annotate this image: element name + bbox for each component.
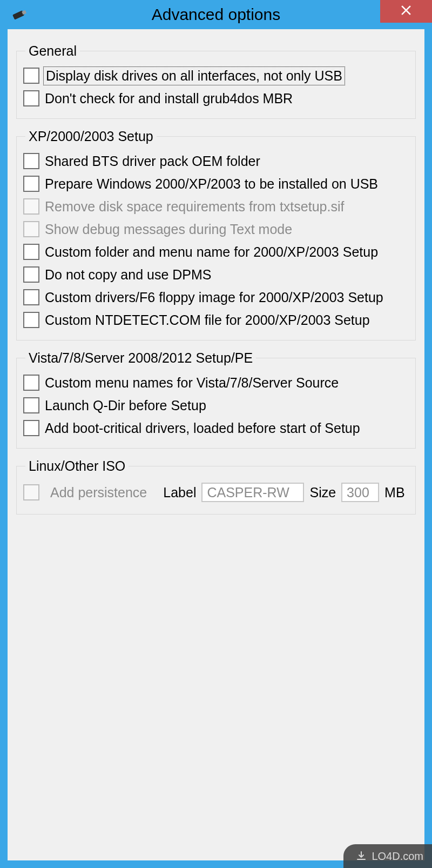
download-icon <box>355 850 367 862</box>
checkbox-row: Remove disk space requirements from txts… <box>23 195 409 218</box>
checkbox-custom-menu-vista[interactable] <box>23 375 39 391</box>
checkbox-label[interactable]: Shared BTS driver pack OEM folder <box>45 153 260 169</box>
watermark-text: LO4D.com <box>372 850 423 863</box>
checkbox-label[interactable]: Display disk drives on all interfaces, n… <box>45 68 343 84</box>
label-label: Label <box>163 485 196 500</box>
checkbox-remove-disk-space <box>23 198 39 215</box>
checkbox-label[interactable]: Launch Q-Dir before Setup <box>45 398 206 413</box>
close-icon <box>401 5 411 18</box>
checkbox-label: Show debug messages during Text mode <box>45 222 292 237</box>
checkbox-label[interactable]: Don't check for and install grub4dos MBR <box>45 91 293 106</box>
group-general-legend: General <box>25 43 80 59</box>
checkbox-row: Don't check for and install grub4dos MBR <box>23 87 409 110</box>
checkbox-row: Custom folder and menu name for 2000/XP/… <box>23 241 409 263</box>
checkbox-custom-ntdetect[interactable] <box>23 312 39 328</box>
persistence-label-input[interactable]: CASPER-RW <box>201 483 304 502</box>
checkbox-label: Add persistence <box>50 485 147 500</box>
checkbox-row: Custom NTDETECT.COM file for 2000/XP/200… <box>23 309 409 331</box>
group-general: General Display disk drives on all inter… <box>16 43 416 119</box>
checkbox-custom-drivers-f6[interactable] <box>23 289 39 305</box>
checkbox-no-dpms[interactable] <box>23 266 39 283</box>
group-xp-setup: XP/2000/2003 Setup Shared BTS driver pac… <box>16 129 416 340</box>
size-label: Size <box>309 485 336 500</box>
checkbox-prepare-usb[interactable] <box>23 176 39 192</box>
checkbox-boot-critical-drivers[interactable] <box>23 420 39 436</box>
watermark: LO4D.com <box>343 844 432 868</box>
checkbox-row: Show debug messages during Text mode <box>23 218 409 241</box>
checkbox-row: Custom menu names for Vista/7/8/Server S… <box>23 371 409 394</box>
checkbox-row: Do not copy and use DPMS <box>23 263 409 286</box>
checkbox-label: Remove disk space requirements from txts… <box>45 199 344 215</box>
group-vista-setup: Vista/7/8/Server 2008/2012 Setup/PE Cust… <box>16 350 416 449</box>
checkbox-add-persistence <box>23 484 39 500</box>
checkbox-row: Display disk drives on all interfaces, n… <box>23 64 409 87</box>
checkbox-label[interactable]: Prepare Windows 2000/XP/2003 to be insta… <box>45 176 378 192</box>
dialog-window: Advanced options General Display disk dr… <box>0 0 432 868</box>
checkbox-row: Shared BTS driver pack OEM folder <box>23 150 409 172</box>
checkbox-no-grub4dos[interactable] <box>23 90 39 106</box>
group-xp-legend: XP/2000/2003 Setup <box>25 129 157 144</box>
persistence-size-input[interactable]: 300 <box>341 483 379 502</box>
group-linux-legend: Linux/Other ISO <box>25 458 129 474</box>
usb-drive-icon <box>10 7 29 22</box>
checkbox-launch-qdir[interactable] <box>23 397 39 413</box>
checkbox-label[interactable]: Custom NTDETECT.COM file for 2000/XP/200… <box>45 312 370 328</box>
checkbox-label[interactable]: Custom folder and menu name for 2000/XP/… <box>45 244 378 260</box>
titlebar: Advanced options <box>0 0 432 29</box>
checkbox-row: Launch Q-Dir before Setup <box>23 394 409 417</box>
checkbox-label[interactable]: Add boot-critical drivers, loaded before… <box>45 420 360 436</box>
close-button[interactable] <box>380 0 432 23</box>
group-vista-legend: Vista/7/8/Server 2008/2012 Setup/PE <box>25 350 256 366</box>
checkbox-label[interactable]: Custom drivers/F6 floppy image for 2000/… <box>45 290 383 305</box>
checkbox-label[interactable]: Do not copy and use DPMS <box>45 267 212 283</box>
size-unit: MB <box>384 485 405 500</box>
window-title: Advanced options <box>0 5 432 24</box>
checkbox-row: Add boot-critical drivers, loaded before… <box>23 417 409 439</box>
persistence-row: Add persistence Label CASPER-RW Size 300… <box>23 479 409 505</box>
group-linux-iso: Linux/Other ISO Add persistence Label CA… <box>16 458 416 515</box>
checkbox-row: Custom drivers/F6 floppy image for 2000/… <box>23 286 409 309</box>
checkbox-show-debug <box>23 221 39 237</box>
checkbox-shared-bts[interactable] <box>23 153 39 169</box>
checkbox-label[interactable]: Custom menu names for Vista/7/8/Server S… <box>45 375 339 391</box>
checkbox-display-all-interfaces[interactable] <box>23 68 39 84</box>
checkbox-row: Prepare Windows 2000/XP/2003 to be insta… <box>23 172 409 195</box>
client-area: General Display disk drives on all inter… <box>8 29 424 525</box>
checkbox-custom-folder-menu[interactable] <box>23 244 39 260</box>
